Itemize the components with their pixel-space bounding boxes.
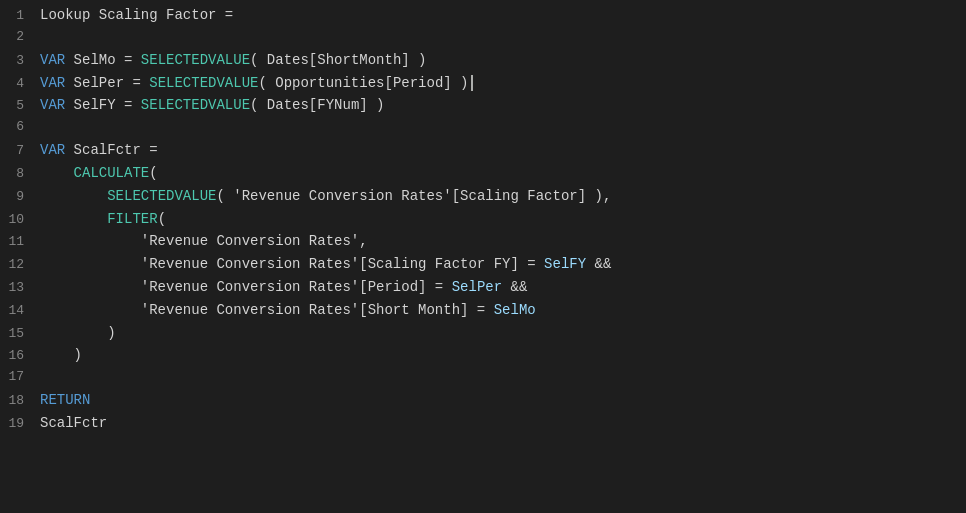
line-content-13: 'Revenue Conversion Rates'[Period] = Sel… [36, 276, 527, 298]
line-number-17: 17 [0, 367, 36, 388]
line-number-5: 5 [0, 96, 36, 117]
line-content-1: Lookup Scaling Factor = [36, 4, 233, 26]
line-1: 1 Lookup Scaling Factor = [0, 4, 966, 27]
line-number-9: 9 [0, 187, 36, 208]
line-content-14: 'Revenue Conversion Rates'[Short Month] … [36, 299, 536, 321]
line-6: 6 [0, 117, 966, 139]
line-8: 8 CALCULATE( [0, 162, 966, 185]
line-content-12: 'Revenue Conversion Rates'[Scaling Facto… [36, 253, 611, 275]
line-number-2: 2 [0, 27, 36, 48]
line-number-11: 11 [0, 232, 36, 253]
line-number-8: 8 [0, 164, 36, 185]
line-11: 11 'Revenue Conversion Rates', [0, 230, 966, 253]
line-number-19: 19 [0, 414, 36, 435]
line-number-1: 1 [0, 6, 36, 27]
line-number-4: 4 [0, 74, 36, 95]
line-2: 2 [0, 27, 966, 49]
line-content-15: ) [36, 322, 116, 344]
line-number-15: 15 [0, 324, 36, 345]
line-number-6: 6 [0, 117, 36, 138]
line-content-10: FILTER( [36, 208, 166, 230]
line-15: 15 ) [0, 322, 966, 345]
line-number-12: 12 [0, 255, 36, 276]
code-editor[interactable]: 1 Lookup Scaling Factor = 2 3 VAR SelMo … [0, 0, 966, 513]
line-number-18: 18 [0, 391, 36, 412]
line-content-16: ) [36, 344, 82, 366]
line-content-11: 'Revenue Conversion Rates', [36, 230, 368, 252]
line-content-7: VAR ScalFctr = [36, 139, 158, 161]
line-content-5: VAR SelFY = SELECTEDVALUE( Dates[FYNum] … [36, 94, 384, 116]
line-number-14: 14 [0, 301, 36, 322]
line-content-4: VAR SelPer = SELECTEDVALUE( Opportunitie… [36, 72, 473, 94]
line-10: 10 FILTER( [0, 208, 966, 231]
line-12: 12 'Revenue Conversion Rates'[Scaling Fa… [0, 253, 966, 276]
line-content-3: VAR SelMo = SELECTEDVALUE( Dates[ShortMo… [36, 49, 427, 71]
line-4: 4 VAR SelPer = SELECTEDVALUE( Opportunit… [0, 72, 966, 95]
line-14: 14 'Revenue Conversion Rates'[Short Mont… [0, 299, 966, 322]
line-18: 18 RETURN [0, 389, 966, 412]
line-7: 7 VAR ScalFctr = [0, 139, 966, 162]
line-content-9: SELECTEDVALUE( 'Revenue Conversion Rates… [36, 185, 611, 207]
line-content-8: CALCULATE( [36, 162, 158, 184]
line-number-13: 13 [0, 278, 36, 299]
line-number-3: 3 [0, 51, 36, 72]
line-content-18: RETURN [36, 389, 90, 411]
line-3: 3 VAR SelMo = SELECTEDVALUE( Dates[Short… [0, 49, 966, 72]
line-content-19: ScalFctr [36, 412, 107, 434]
line-number-10: 10 [0, 210, 36, 231]
line-number-7: 7 [0, 141, 36, 162]
line-19: 19 ScalFctr [0, 412, 966, 435]
line-number-16: 16 [0, 346, 36, 367]
line-16: 16 ) [0, 344, 966, 367]
line-9: 9 SELECTEDVALUE( 'Revenue Conversion Rat… [0, 185, 966, 208]
line-17: 17 [0, 367, 966, 389]
line-13: 13 'Revenue Conversion Rates'[Period] = … [0, 276, 966, 299]
line-5: 5 VAR SelFY = SELECTEDVALUE( Dates[FYNum… [0, 94, 966, 117]
